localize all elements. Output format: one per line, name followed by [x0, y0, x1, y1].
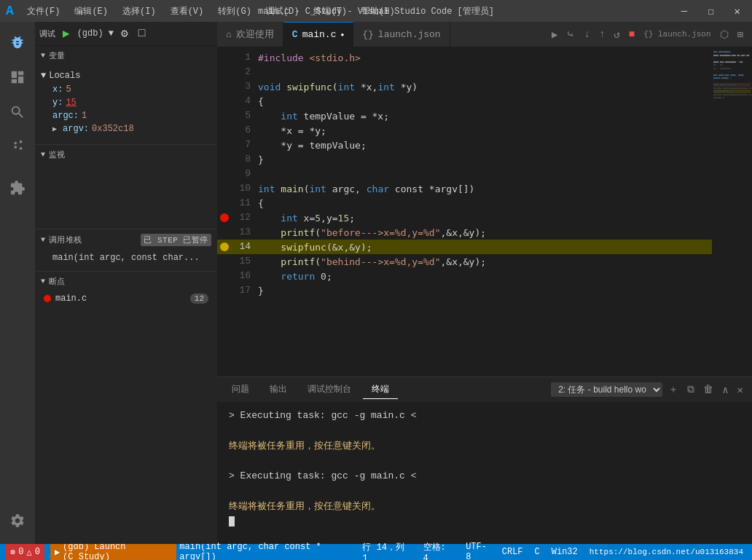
maximize-button[interactable]: ☐	[702, 4, 719, 19]
activity-search-icon[interactable]	[0, 95, 35, 130]
step-out-icon[interactable]: ↑	[596, 25, 608, 43]
step-over-icon[interactable]: ⤷	[563, 25, 578, 44]
terminal-line	[229, 484, 740, 500]
title-bar: A 文件(F)编辑(E)选择(I)查看(V)转到(G)调试(D)终端(T)帮助(…	[0, 0, 752, 22]
line-row: 13 printf("before--->x=%d,y=%d",&x,&y);	[217, 225, 712, 240]
step-into-icon[interactable]: ↓	[581, 25, 592, 43]
delete-terminal-button[interactable]: 🗑	[700, 381, 716, 398]
status-encoding[interactable]: UTF-8	[463, 542, 493, 560]
split-terminal-button[interactable]: ⧉	[684, 381, 697, 398]
minimize-button[interactable]: —	[675, 4, 693, 19]
status-eol[interactable]: CRLF	[499, 547, 526, 557]
restart-icon[interactable]: ↺	[611, 25, 622, 44]
status-errors[interactable]: ⊗ 0 △ 0	[6, 544, 44, 560]
terminal-line: > Executing task: gcc -g main.c <	[229, 409, 740, 424]
tab-welcome[interactable]: ⌂ 欢迎使用	[217, 22, 283, 47]
line-row: 9	[217, 167, 712, 181]
locals-collapse-icon: ▼	[41, 71, 46, 81]
terminal-dropdown[interactable]: 2: 任务 - build hello wo	[551, 382, 662, 397]
line-row: 16 return 0;	[217, 269, 712, 283]
activity-bar	[0, 22, 35, 544]
panel-tab-terminal[interactable]: 终端	[363, 380, 398, 399]
bottom-panel: 问题 输出 调试控制台 终端 2: 任务 - build hello wo ＋ …	[217, 376, 752, 544]
sidebar-scroll: ▼ 变量 ▼ Locals x: 5 y: 15	[35, 46, 217, 544]
line-gutter: 14	[217, 240, 258, 254]
callstack-item[interactable]: main(int argc, const char...	[35, 251, 217, 265]
var-argc-value: 1	[82, 111, 87, 121]
maximize-panel-button[interactable]: ∧	[719, 381, 731, 399]
run-icon[interactable]: ▶	[549, 25, 560, 44]
status-language[interactable]: C	[532, 547, 543, 557]
continue-button[interactable]: ▶	[60, 25, 73, 42]
open-launch-json-icon[interactable]: {} launch.json	[641, 27, 713, 42]
run-debug-label: 调试	[39, 28, 55, 39]
line-code: swipfunc(&x,&y);	[258, 242, 712, 253]
line-code: {	[258, 198, 712, 209]
open-view-icon[interactable]: ⬡	[717, 25, 732, 44]
variables-collapse-icon: ▼	[41, 52, 46, 60]
tab-welcome-label: 欢迎使用	[236, 28, 274, 41]
menu-item[interactable]: 转到(G)	[214, 4, 256, 19]
status-debug[interactable]: ▶ (gdb) Launch (C_Study)	[50, 544, 176, 560]
panel-tab-debug-console[interactable]: 调试控制台	[299, 380, 360, 399]
variables-header[interactable]: ▼ 变量	[35, 46, 217, 66]
line-row: 3void swipfunc(int *x,int *y)	[217, 79, 712, 94]
stop-debug-button[interactable]: □	[136, 25, 149, 42]
close-panel-button[interactable]: ✕	[735, 381, 746, 399]
line-gutter: 13	[217, 225, 258, 240]
tab-dirty-dot: ●	[340, 31, 344, 38]
status-position[interactable]: 行 14，列 1	[359, 541, 414, 561]
activity-settings-icon[interactable]	[0, 503, 35, 538]
line-row: 10int main(int argc, char const *argv[])	[217, 181, 712, 196]
activity-explorer-icon[interactable]	[0, 60, 35, 95]
panel-tab-problems[interactable]: 问题	[223, 380, 258, 399]
add-terminal-button[interactable]: ＋	[665, 380, 681, 399]
status-bar-right: main(int argc, char const * argv[]) 行 14…	[176, 541, 746, 561]
status-csdn-link[interactable]: https://blog.csdn.net/u013163834	[587, 548, 746, 556]
line-row: 17}	[217, 283, 712, 298]
layout-icon[interactable]: ⊞	[735, 25, 746, 44]
tab-main-c[interactable]: C main.c ●	[283, 22, 353, 47]
menu-item[interactable]: 编辑(E)	[70, 4, 112, 19]
line-row: 6 *x = *y;	[217, 123, 712, 138]
menu-item[interactable]: 选择(I)	[118, 4, 160, 19]
line-row: 15 printf("behind--->x=%d,y=%d",&x,&y);	[217, 254, 712, 269]
callstack-header[interactable]: ▼ 调用堆栈 已 STEP 已暂停	[35, 229, 217, 251]
breakpoints-header[interactable]: ▼ 断点	[35, 272, 217, 291]
close-button[interactable]: ✕	[729, 4, 746, 19]
code-editor[interactable]: 1#include <stdio.h>23void swipfunc(int *…	[217, 47, 712, 376]
status-platform[interactable]: Win32	[549, 547, 581, 557]
main-container: 调试 ▶ (gdb) ▼ ⚙ □ ▼ 变量 ▼ Locals	[0, 22, 752, 544]
activity-extensions-icon[interactable]	[0, 170, 35, 205]
line-code: {	[258, 96, 712, 107]
watch-section: ▼ 监视	[35, 144, 217, 165]
main-c-icon: C	[292, 29, 298, 40]
var-argv-value: 0x352c18	[92, 124, 134, 134]
warning-icon: △	[26, 547, 31, 558]
menu-item[interactable]: 查看(V)	[166, 4, 208, 19]
tab-launch-json[interactable]: {} launch.json	[353, 22, 450, 47]
line-row: 12 int x=5,y=15;	[217, 210, 712, 225]
panel-tab-output[interactable]: 输出	[261, 380, 296, 399]
panel-tabs: 问题 输出 调试控制台 终端 2: 任务 - build hello wo ＋ …	[217, 377, 752, 403]
var-y-value: 15	[66, 98, 76, 108]
breakpoint-item: main.c 12	[35, 291, 217, 306]
line-code: }	[258, 154, 712, 165]
stop-icon[interactable]: ■	[626, 25, 638, 43]
activity-bar-bottom	[0, 503, 35, 538]
status-indent[interactable]: 空格: 4	[420, 541, 458, 561]
line-code: return 0;	[258, 271, 712, 282]
status-function[interactable]: main(int argc, char const * argv[])	[176, 542, 353, 560]
activity-git-icon[interactable]	[0, 130, 35, 165]
locals-group[interactable]: ▼ Locals	[35, 68, 217, 83]
menu-item[interactable]: 文件(F)	[23, 4, 65, 19]
watch-header[interactable]: ▼ 监视	[35, 145, 217, 165]
callstack-header-left: ▼ 调用堆栈	[41, 234, 82, 245]
locals-label: Locals	[49, 71, 80, 81]
title-bar-controls: — ☐ ✕	[675, 4, 746, 19]
activity-debug-icon[interactable]	[0, 25, 35, 60]
debug-session-status: (gdb) Launch (C_Study)	[63, 542, 172, 560]
var-y: y: 15	[35, 96, 217, 109]
terminal-content: > Executing task: gcc -g main.c < 终端将被任务…	[217, 403, 752, 544]
settings-button[interactable]: ⚙	[118, 25, 131, 42]
